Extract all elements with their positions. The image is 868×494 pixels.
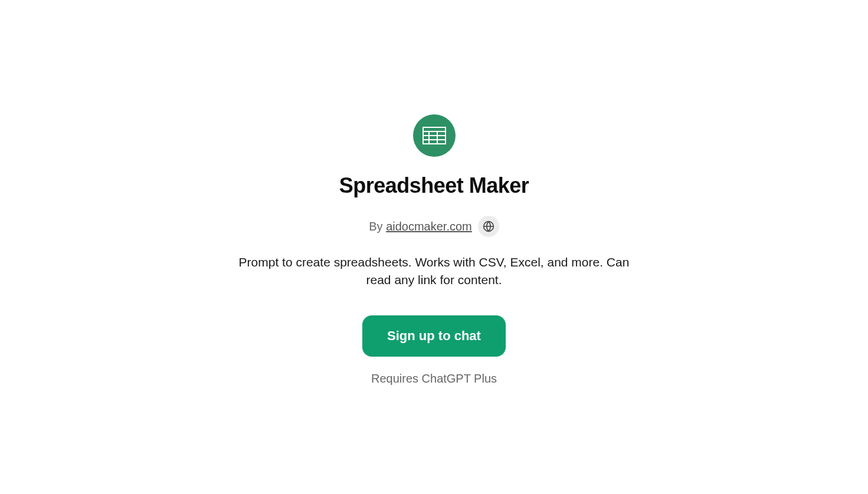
requirement-text: Requires ChatGPT Plus xyxy=(371,372,497,386)
author-prefix: By xyxy=(369,220,386,233)
author-link[interactable]: aidocmaker.com xyxy=(386,220,472,233)
app-title: Spreadsheet Maker xyxy=(339,173,529,198)
app-icon xyxy=(413,114,456,157)
globe-badge[interactable] xyxy=(478,216,499,237)
globe-icon xyxy=(483,220,494,232)
author-row: By aidocmaker.com xyxy=(369,216,499,237)
app-description: Prompt to create spreadsheets. Works wit… xyxy=(228,253,641,289)
spreadsheet-icon xyxy=(422,127,446,144)
signup-button[interactable]: Sign up to chat xyxy=(362,315,506,357)
